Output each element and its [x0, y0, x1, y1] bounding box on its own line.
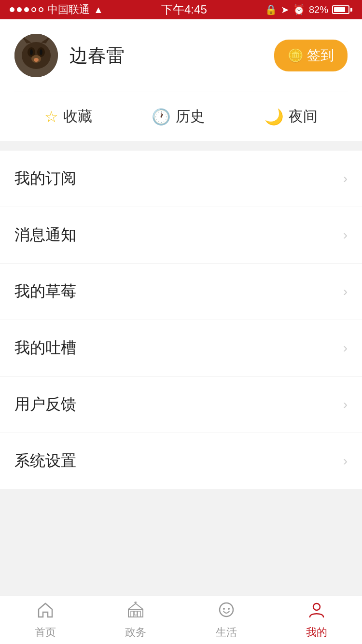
time-label: 下午4:45 — [161, 2, 207, 17]
action-collect[interactable]: ☆ 收藏 — [44, 107, 92, 126]
menu-item-subscription[interactable]: 我的订阅 › — [0, 151, 362, 207]
life-icon — [217, 601, 236, 623]
tab-gov-label: 政务 — [125, 625, 146, 640]
svg-rect-11 — [131, 611, 134, 617]
svg-rect-12 — [138, 611, 140, 617]
chevron-icon-subscription: › — [343, 171, 348, 186]
svg-point-18 — [313, 603, 320, 610]
signal-dot-4 — [31, 7, 36, 12]
collect-label: 收藏 — [63, 107, 92, 126]
wifi-icon: ▲ — [94, 4, 103, 15]
tab-life[interactable]: 生活 — [181, 601, 272, 640]
menu-item-comment[interactable]: 我的吐槽 › — [0, 320, 362, 377]
clock-icon: 🕐 — [152, 108, 171, 126]
status-left: 中国联通 ▲ — [10, 2, 103, 17]
night-label: 夜间 — [289, 107, 318, 126]
alarm-icon: ⏰ — [293, 4, 305, 15]
lock-icon: 🔒 — [265, 4, 277, 15]
tab-home[interactable]: 首页 — [0, 601, 91, 640]
profile-top: 边春雷 🪙 签到 — [14, 34, 348, 92]
chevron-icon-notification: › — [343, 227, 348, 243]
coin-icon: 🪙 — [288, 48, 303, 63]
menu-label-comment: 我的吐槽 — [14, 337, 76, 359]
chevron-icon-feedback: › — [343, 397, 348, 412]
menu-item-strawberry[interactable]: 我的草莓 › — [0, 264, 362, 320]
menu-label-settings: 系统设置 — [14, 450, 76, 472]
moon-icon: 🌙 — [265, 108, 284, 126]
avatar-image — [14, 34, 58, 77]
chevron-icon-strawberry: › — [343, 284, 348, 299]
action-history[interactable]: 🕐 历史 — [152, 107, 205, 126]
history-label: 历史 — [176, 107, 205, 126]
tab-mine[interactable]: 我的 — [272, 601, 362, 640]
profile-card: 边春雷 🪙 签到 ☆ 收藏 🕐 历史 🌙 夜间 — [0, 19, 362, 141]
svg-point-17 — [228, 608, 230, 610]
tab-home-label: 首页 — [35, 625, 56, 640]
svg-point-15 — [220, 603, 233, 616]
username-label: 边春雷 — [70, 43, 125, 68]
menu-label-notification: 消息通知 — [14, 224, 76, 246]
menu-label-strawberry: 我的草莓 — [14, 281, 76, 302]
status-bar: 中国联通 ▲ 下午4:45 🔒 ➤ ⏰ 82% — [0, 0, 362, 19]
svg-point-7 — [34, 58, 39, 62]
tab-gov[interactable]: 政务 — [91, 601, 181, 640]
svg-rect-13 — [134, 611, 137, 615]
menu-item-notification[interactable]: 消息通知 › — [0, 207, 362, 264]
svg-point-5 — [40, 49, 42, 55]
battery-icon — [332, 5, 352, 14]
signal-dots — [10, 7, 43, 12]
quick-actions: ☆ 收藏 🕐 历史 🌙 夜间 — [14, 92, 348, 141]
star-icon: ☆ — [44, 108, 58, 126]
menu-label-feedback: 用户反馈 — [14, 394, 76, 415]
gov-icon — [126, 601, 145, 623]
carrier-label: 中国联通 — [47, 2, 90, 17]
battery-text: 82% — [309, 4, 328, 15]
status-right: 🔒 ➤ ⏰ 82% — [265, 4, 352, 15]
checkin-button[interactable]: 🪙 签到 — [274, 40, 348, 71]
avatar — [14, 34, 58, 77]
profile-info: 边春雷 — [14, 34, 125, 77]
svg-point-4 — [30, 49, 33, 55]
chevron-icon-comment: › — [343, 340, 348, 356]
signal-dot-3 — [24, 7, 29, 12]
menu-item-feedback[interactable]: 用户反馈 › — [0, 377, 362, 433]
svg-point-16 — [223, 608, 225, 610]
menu-item-settings[interactable]: 系统设置 › — [0, 433, 362, 489]
location-icon: ➤ — [281, 4, 289, 15]
chevron-icon-settings: › — [343, 453, 348, 469]
tab-life-label: 生活 — [216, 625, 237, 640]
home-icon — [36, 601, 55, 623]
signal-dot-5 — [39, 7, 43, 12]
signal-dot-1 — [10, 7, 14, 12]
menu-label-subscription: 我的订阅 — [14, 168, 76, 189]
checkin-label: 签到 — [307, 46, 334, 65]
tab-mine-label: 我的 — [306, 625, 327, 640]
action-night[interactable]: 🌙 夜间 — [265, 107, 318, 126]
signal-dot-2 — [17, 7, 22, 12]
mine-icon — [307, 601, 326, 623]
menu-section: 我的订阅 › 消息通知 › 我的草莓 › 我的吐槽 › 用户反馈 › 系统设置 … — [0, 151, 362, 489]
tab-bar: 首页 政务 生活 — [0, 596, 362, 644]
